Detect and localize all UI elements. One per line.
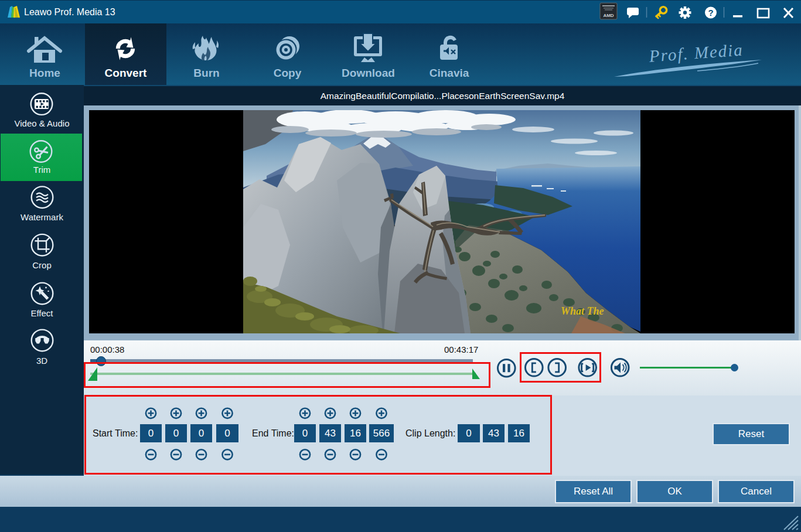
svg-text:What The: What The: [561, 305, 604, 317]
svg-text:?: ?: [708, 8, 713, 18]
svg-text:AMD: AMD: [603, 13, 613, 18]
svg-text:Prof. Media: Prof. Media: [648, 40, 744, 65]
